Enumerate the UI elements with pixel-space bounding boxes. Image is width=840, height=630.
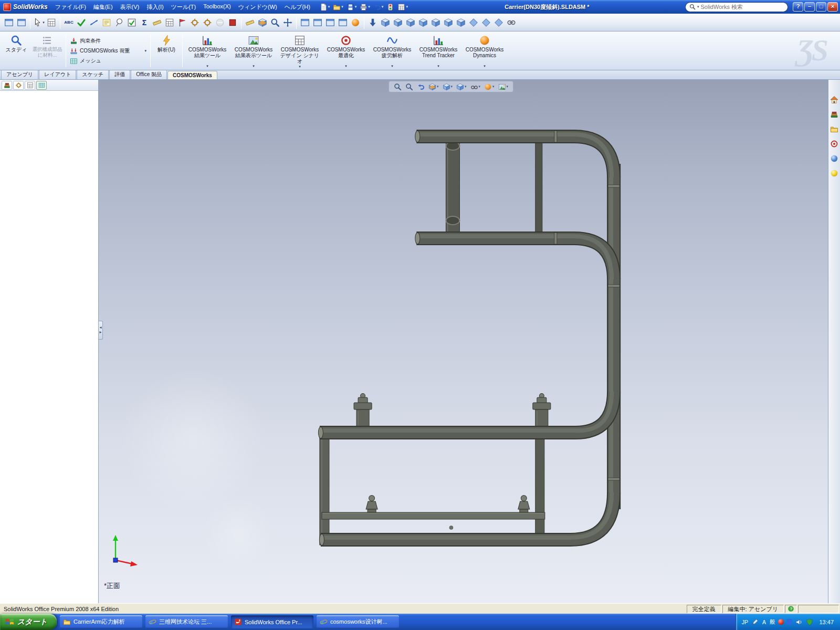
solidworks-resources-icon[interactable] — [830, 94, 839, 104]
explode-lines-icon[interactable] — [480, 16, 492, 29]
results-tools-button[interactable]: COSMOSWorks 結果ツール ▾ — [184, 33, 230, 69]
view-orientation-icon[interactable]: ▾ — [443, 83, 453, 91]
view-grid-icon[interactable] — [45, 16, 58, 29]
assembly-features-icon[interactable] — [455, 16, 467, 29]
undo-icon[interactable]: ▾ — [372, 2, 385, 12]
section-view-icon[interactable]: ▾ — [428, 83, 439, 91]
measure-icon[interactable] — [244, 16, 256, 29]
tab-layout[interactable]: レイアウト — [39, 69, 76, 79]
viewport-single-icon[interactable] — [299, 16, 311, 29]
mate-icon[interactable] — [379, 16, 392, 29]
run-analysis-button[interactable]: 解析(U) — [152, 33, 181, 69]
window-pane-icon[interactable] — [3, 16, 15, 29]
balloon-icon[interactable] — [113, 16, 125, 29]
zoom-area-icon[interactable] — [405, 83, 413, 91]
gear-mate-icon[interactable] — [188, 16, 201, 29]
help-button[interactable]: ? — [793, 2, 803, 12]
tab-cosmosworks[interactable]: COSMOSWorks — [167, 71, 217, 79]
taskbar-item-browser-1[interactable]: 三维网技术论坛 三... — [145, 615, 228, 628]
linear-pattern-icon[interactable] — [392, 16, 404, 29]
options-icon[interactable]: ▾ — [396, 2, 409, 12]
move-component-icon[interactable] — [417, 16, 429, 29]
study-button[interactable]: スタディ — [2, 33, 30, 69]
security-shield-icon[interactable] — [805, 618, 813, 626]
trend-tracker-button[interactable]: COSMOSWorks Trend Tracker ▾ — [415, 33, 461, 69]
hyperlink-icon[interactable] — [505, 16, 518, 29]
optimization-button[interactable]: COSMOSWorks 最適化 ▾ — [323, 33, 369, 69]
ime-pen-icon[interactable] — [751, 618, 759, 626]
search-box[interactable]: ▾ — [685, 2, 788, 12]
menu-file[interactable]: ファイル(F) — [51, 2, 90, 13]
fatigue-analysis-button[interactable]: COSMOSWorks 疲労解析 ▾ — [369, 33, 415, 69]
configurationmanager-tab-icon[interactable] — [25, 81, 35, 90]
volume-icon[interactable] — [795, 618, 803, 626]
file-explorer-icon[interactable] — [830, 124, 839, 134]
spell-check-icon[interactable]: ABC — [62, 16, 75, 29]
tab-evaluate[interactable]: 評価 — [109, 69, 130, 79]
loads-caret-icon[interactable]: ▾ — [144, 49, 146, 53]
display-style-icon[interactable]: ▾ — [456, 83, 467, 91]
search-input[interactable] — [701, 4, 784, 10]
ime-input-mode[interactable]: A — [762, 619, 766, 625]
mesh-button[interactable]: メッシュ — [70, 57, 146, 65]
interference-check-icon[interactable] — [492, 16, 505, 29]
propertymanager-tab-icon[interactable] — [13, 81, 24, 90]
start-button[interactable]: スタート — [0, 614, 57, 630]
apply-scene-icon[interactable]: ▾ — [498, 83, 509, 91]
save-icon[interactable]: ▾ — [345, 2, 358, 12]
taskbar-item-solidworks[interactable]: SolidWorks Office Pr... — [231, 615, 313, 628]
zoom-fit-icon[interactable] — [394, 83, 402, 91]
menu-window[interactable]: ウィンドウ(W) — [235, 2, 281, 13]
feature-tree-body[interactable] — [0, 91, 98, 603]
search-caret-icon[interactable]: ▾ — [697, 5, 699, 9]
open-icon[interactable]: ▾ — [332, 2, 344, 12]
insert-component-icon[interactable] — [366, 16, 379, 29]
quick-tips-help-icon[interactable] — [785, 605, 797, 613]
select-arrow-icon[interactable]: ▾ — [33, 16, 45, 29]
stop-icon[interactable] — [226, 16, 239, 29]
menu-edit[interactable]: 編集(E) — [90, 2, 117, 13]
design-scenario-button[interactable]: COSMOSWorks デザイン シナリオ ▾ — [277, 33, 323, 69]
smart-dimension-icon[interactable] — [88, 16, 100, 29]
taskbar-item-folder[interactable]: CarrierArm応力解析 — [60, 615, 142, 628]
weld-check-icon[interactable] — [125, 16, 138, 29]
measure-ruler-icon[interactable] — [151, 16, 163, 29]
hide-show-items-icon[interactable]: ▾ — [470, 83, 481, 91]
minimize-button[interactable]: – — [804, 2, 815, 12]
pan-icon[interactable] — [281, 16, 294, 29]
menu-tools[interactable]: ツール(T) — [167, 2, 200, 13]
close-button[interactable]: × — [827, 2, 838, 12]
viewport-four-icon[interactable] — [337, 16, 349, 29]
tab-sketch[interactable]: スケッチ — [77, 69, 109, 79]
note-icon[interactable] — [100, 16, 113, 29]
smart-fastener-icon[interactable] — [404, 16, 417, 29]
panel-splitter[interactable]: ◂ ▸ — [99, 321, 103, 340]
restraints-button[interactable]: 拘束条件 — [70, 37, 146, 45]
carrier-assembly-model[interactable] — [99, 80, 828, 603]
rotate-component-icon[interactable] — [429, 16, 442, 29]
plot-tools-button[interactable]: COSMOSWorks 結果表示ツール ▾ — [230, 33, 277, 69]
edit-appearance-icon[interactable]: ▾ — [484, 83, 495, 91]
render-icon[interactable] — [349, 16, 362, 29]
taskbar-item-browser-2[interactable]: cosmosworks设计树... — [317, 615, 399, 628]
menu-view[interactable]: 表示(V) — [117, 2, 143, 13]
loads-button[interactable]: COSMOSWorks 荷重 ▾ — [70, 47, 146, 55]
viewport-two-horizontal-icon[interactable] — [324, 16, 337, 29]
tab-assembly[interactable]: アセンブリ — [1, 69, 38, 79]
zoom-icon[interactable] — [269, 16, 281, 29]
section-view-icon[interactable] — [256, 16, 269, 29]
photoworks-icon[interactable] — [830, 168, 839, 178]
cosmosworks-tree-tab-icon[interactable] — [36, 81, 47, 90]
window-cascade-icon[interactable] — [15, 16, 28, 29]
format-check-icon[interactable] — [75, 16, 88, 29]
menu-help[interactable]: ヘルプ(H) — [281, 2, 314, 13]
maximize-button[interactable]: □ — [816, 2, 826, 12]
tray-blue-icon[interactable] — [786, 619, 792, 625]
design-table-icon[interactable] — [163, 16, 176, 29]
ime-conversion-mode[interactable]: 般 — [769, 618, 776, 626]
dynamics-button[interactable]: COSMOSWorks Dynamics ▾ — [461, 33, 508, 69]
design-library-icon[interactable] — [830, 109, 839, 119]
graphics-viewport[interactable]: ▾ ▾ ▾ ▾ ▾ ▾ ◂ ▸ *正面 — [99, 80, 828, 603]
print-icon[interactable]: ▾ — [359, 2, 371, 12]
equation-sigma-icon[interactable]: Σ — [138, 16, 151, 29]
